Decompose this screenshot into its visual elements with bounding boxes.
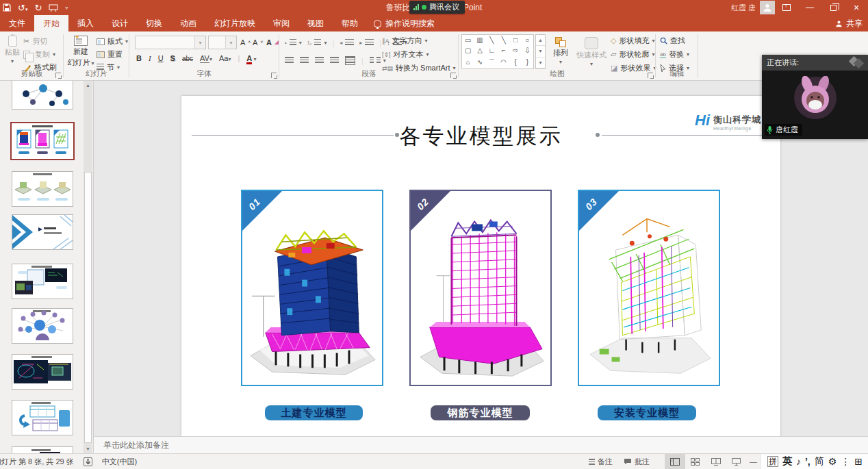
shape-oval-icon[interactable]: ○ <box>525 36 529 44</box>
underline-button[interactable]: U <box>158 54 164 62</box>
thumbnail-slide-14[interactable] <box>12 400 73 435</box>
shape-elbow-icon[interactable]: ∟ <box>488 47 495 54</box>
drawing-dialog-launcher[interactable] <box>648 73 653 78</box>
decrease-indent-button[interactable]: ◂ <box>340 37 354 49</box>
thumbnail-slide-7[interactable] <box>12 81 73 110</box>
ime-language-toggle[interactable]: 英 <box>782 455 792 468</box>
meeting-video-area[interactable]: 唐红霞 <box>762 71 868 139</box>
zoom-out-button[interactable]: — <box>747 454 760 469</box>
character-spacing-button[interactable]: AV▾ <box>200 54 212 62</box>
copy-button[interactable]: 复制▾ <box>23 49 57 60</box>
thumbnail-slide-10[interactable] <box>12 214 73 250</box>
model-card-mep[interactable]: 03 <box>578 190 720 386</box>
model-card-civil[interactable]: 01 <box>241 190 383 386</box>
shape-line-icon[interactable]: ╲ <box>489 36 494 44</box>
font-dialog-launcher[interactable] <box>271 73 277 78</box>
tab-file[interactable]: 文件 <box>0 15 34 31</box>
shape-rounded-rect-icon[interactable]: ▢ <box>465 47 471 54</box>
slide-title[interactable]: 各专业模型展示 <box>181 122 780 151</box>
ime-pinyin-mode[interactable]: 拼 <box>767 456 778 467</box>
shape-rectangle-icon[interactable]: □ <box>513 36 518 44</box>
thumbnail-slide-8-selected[interactable] <box>10 122 75 160</box>
strikethrough-button[interactable]: abc <box>182 55 193 62</box>
quick-styles-button[interactable]: 快速样式 ▾ <box>574 37 609 67</box>
card-label-mep[interactable]: 安装专业模型 <box>598 405 696 420</box>
tab-home[interactable]: 开始 <box>34 15 68 31</box>
clipboard-dialog-launcher[interactable] <box>55 73 61 78</box>
slide-8-canvas[interactable]: 各专业模型展示 Hi 衡山科学城 HealthyIntellige <box>181 96 780 436</box>
font-size-combo[interactable]: ▾ <box>208 36 237 49</box>
shape-brace-right-icon[interactable]: } <box>526 58 528 66</box>
ime-keyboard-icon[interactable]: ⊞ <box>854 456 863 467</box>
shape-triangle-icon[interactable]: △ <box>477 47 483 54</box>
slide-number-indicator[interactable]: 幻灯片 第 8 张, 共 29 张 <box>0 457 74 467</box>
tab-design[interactable]: 设计 <box>103 15 137 31</box>
ime-toolbar[interactable]: 拼 英 ♪ ’, 简 ⚙ ⋮ ⊞ <box>760 454 868 469</box>
clear-formatting-button[interactable]: A◢ <box>266 36 279 48</box>
shape-curve-icon[interactable]: ◠ <box>500 58 507 66</box>
tab-transitions[interactable]: 切换 <box>137 15 171 31</box>
restore-button[interactable] <box>821 0 845 15</box>
tab-review[interactable]: 审阅 <box>264 15 298 31</box>
align-left-button[interactable] <box>285 57 294 64</box>
text-shadow-button[interactable]: S <box>170 54 175 62</box>
font-name-combo[interactable]: ▾ <box>135 36 206 49</box>
align-right-button[interactable] <box>315 57 324 64</box>
shape-arrow-icon[interactable]: ╲ <box>502 36 506 44</box>
shape-right-arrow-icon[interactable]: ⇨ <box>513 47 518 54</box>
shape-scribble-icon[interactable]: ∿ <box>477 58 483 66</box>
new-slide-button[interactable]: 新建 幻灯片 ▾ <box>67 36 94 68</box>
gallery-down-icon[interactable]: ▼ <box>536 46 545 57</box>
notes-toggle-button[interactable]: 备注 <box>583 454 618 469</box>
scrollbar-thumb[interactable] <box>84 172 92 443</box>
tab-insert[interactable]: 插入 <box>68 15 103 31</box>
find-button[interactable]: 查找 <box>660 35 689 47</box>
account-name[interactable]: 红霞 唐 <box>731 3 756 13</box>
numbering-button[interactable]: 1₂▾ <box>307 37 327 49</box>
scroll-down-icon[interactable]: ▼ <box>84 444 92 453</box>
bullets-button[interactable]: •▾ <box>285 37 302 49</box>
card-label-rebar[interactable]: 钢筋专业模型 <box>431 405 530 420</box>
tellme-search[interactable]: 操作说明搜索 <box>367 15 442 31</box>
thumbnail-slide-9[interactable] <box>12 171 73 207</box>
minimize-button[interactable]: — <box>798 0 821 15</box>
meeting-video-overlay[interactable]: 正在讲话: 唐红霞 <box>762 55 868 139</box>
normal-view-button[interactable] <box>665 454 685 469</box>
slideshow-view-button[interactable] <box>726 454 747 469</box>
thumbnail-scrollbar[interactable]: ▲ ▼ <box>84 81 92 453</box>
tab-slideshow[interactable]: 幻灯片放映 <box>205 15 264 31</box>
account-avatar[interactable] <box>760 1 775 14</box>
increase-indent-button[interactable]: ▸ <box>359 37 374 49</box>
ime-simplified-toggle[interactable]: 简 <box>815 455 824 468</box>
reading-view-button[interactable] <box>706 454 726 469</box>
shapes-gallery[interactable]: ▭▥╲╲□○ ▢△∟⌐⇨⇩ ⌂∿⌒◠{} <box>461 34 534 69</box>
paste-button[interactable]: 粘贴 ▾ <box>3 36 22 64</box>
justify-button[interactable] <box>330 57 339 64</box>
thumbnail-slide-11[interactable] <box>12 264 73 299</box>
accessibility-icon[interactable] <box>84 457 92 466</box>
thumbnail-slide-15[interactable] <box>12 446 73 453</box>
share-button[interactable]: 共享 <box>835 15 863 31</box>
replace-button[interactable]: ab替换▾ <box>660 49 689 60</box>
thumbnail-slide-13[interactable] <box>12 354 73 390</box>
align-center-button[interactable] <box>300 57 309 64</box>
slide-thumbnail-panel[interactable]: ▲ ▼ <box>0 81 94 453</box>
tab-help[interactable]: 帮助 <box>333 15 367 31</box>
card-label-civil[interactable]: 土建专业模型 <box>265 405 363 420</box>
comments-toggle-button[interactable]: 批注 <box>618 454 655 469</box>
ime-sound-icon[interactable]: ♪ <box>796 456 801 467</box>
shape-textbox-icon[interactable]: ▭ <box>465 36 471 44</box>
distributed-button[interactable] <box>345 56 355 65</box>
shape-brace-left-icon[interactable]: { <box>514 58 516 66</box>
shape-freeform-icon[interactable]: ⌂ <box>466 58 470 66</box>
arrange-button[interactable]: 排列 ▾ <box>549 37 572 65</box>
shape-down-arrow-icon[interactable]: ⇩ <box>524 47 530 54</box>
cut-button[interactable]: ✂剪切 <box>23 36 57 47</box>
shape-elbow2-icon[interactable]: ⌐ <box>502 47 506 54</box>
shapes-gallery-scroll[interactable]: ▲ ▼ ▼ <box>535 34 546 69</box>
paragraph-dialog-launcher[interactable] <box>450 73 456 78</box>
tab-animations[interactable]: 动画 <box>171 15 205 31</box>
slide-sorter-view-button[interactable] <box>685 454 706 469</box>
meeting-header[interactable]: 正在讲话: <box>762 55 868 71</box>
close-button[interactable]: × <box>845 0 868 15</box>
